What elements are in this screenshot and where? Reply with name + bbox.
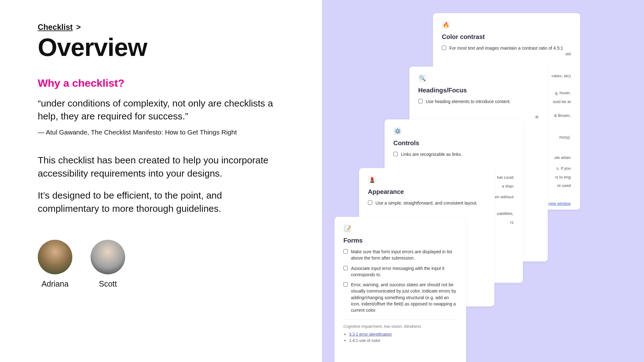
checklist-item: Associate input error messaging with the…	[343, 265, 457, 278]
subheading-why: Why a checklist?	[38, 77, 294, 89]
chevron-right-icon: >	[76, 23, 81, 31]
checkbox-icon[interactable]	[393, 152, 398, 156]
checklist-text: Links are recognizable as links.	[401, 151, 462, 157]
page-title: Overview	[38, 34, 294, 61]
brush-icon: 🔥	[442, 21, 450, 29]
card-forms: 📝 Forms Make sure that form input errors…	[335, 217, 466, 362]
avatar	[38, 240, 72, 274]
body-paragraph-1: This checklist has been created to help …	[38, 154, 280, 180]
breadcrumb-link[interactable]: Checklist	[38, 23, 73, 31]
reference-link[interactable]: 3.3.1 error identification	[349, 332, 392, 337]
avatar	[91, 240, 125, 274]
reference-link[interactable]: 1.4.1 use of color	[349, 338, 380, 343]
checkbox-icon[interactable]	[343, 282, 348, 287]
breadcrumb: Checklist >	[38, 23, 294, 32]
checklist-item: Links are recognizable as links.	[393, 151, 514, 157]
checklist-item: Make sure that form input errors are dis…	[343, 249, 457, 261]
author-block: Adriana	[38, 240, 72, 288]
controls-icon: ⚙️	[393, 127, 402, 135]
text-fragment: old	[533, 51, 571, 57]
checklist-item: Use heading elements to introduce conten…	[418, 98, 539, 105]
checklist-text: Associate input error messaging with the…	[351, 265, 457, 278]
checklist-item: Use a simple, straightforward, and consi…	[368, 200, 486, 206]
authors-row: Adriana Scott	[38, 240, 294, 288]
text-fragment: al	[519, 114, 538, 120]
card-title: Controls	[393, 140, 514, 147]
checkbox-icon[interactable]	[343, 266, 348, 270]
checkbox-icon[interactable]	[418, 99, 423, 103]
card-title: Appearance	[368, 188, 486, 195]
checklist-text: Use heading elements to introduce conten…	[426, 98, 511, 105]
checklist-text: For most text and images maintain a cont…	[449, 45, 563, 51]
checklist-item: Error, warning, and success states are s…	[343, 282, 457, 313]
quote-text: “under conditions of complexity, not onl…	[38, 97, 277, 123]
memo-icon: 📝	[343, 224, 352, 233]
card-title: Headings/Focus	[418, 87, 539, 94]
checkbox-icon[interactable]	[442, 46, 446, 50]
body-paragraph-2: It’s designed to be efficient, to the po…	[38, 189, 280, 215]
card-title: Forms	[343, 237, 457, 244]
right-panel: 🔥 Color contrast For most text and image…	[322, 0, 644, 362]
checkbox-icon[interactable]	[368, 200, 372, 205]
checklist-text: Error, warning, and success states are s…	[351, 282, 457, 313]
checkbox-icon[interactable]	[343, 249, 348, 254]
lipstick-icon: 💄	[368, 176, 376, 184]
checklist-text: Use a simple, straightforward, and consi…	[375, 200, 478, 206]
card-link-list: 3.3.1 error identification 1.4.1 use of …	[343, 332, 457, 343]
checklist-item: For most text and images maintain a cont…	[442, 45, 571, 51]
checklist-text: Make sure that form input errors are dis…	[351, 249, 457, 261]
quote-attribution: — Atul Gawande, The Checklist Manifesto:…	[38, 129, 294, 136]
card-note: Cognitive impairment, low vision, blindn…	[343, 319, 457, 329]
card-title: Color contrast	[442, 33, 571, 41]
author-name: Adriana	[42, 279, 69, 288]
left-panel: Checklist > Overview Why a checklist? “u…	[0, 0, 322, 362]
magnifier-icon: 🔍	[418, 74, 426, 82]
author-block: Scott	[91, 240, 125, 288]
author-name: Scott	[99, 279, 117, 288]
